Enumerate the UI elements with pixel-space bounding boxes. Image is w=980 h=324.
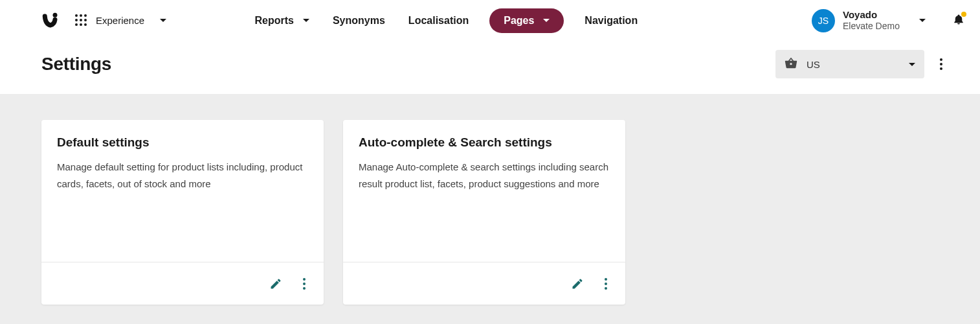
brand-logo[interactable] <box>41 12 60 30</box>
main-nav: Reports Synonyms Localisation Pages Navi… <box>252 8 640 33</box>
nav-item-synonyms[interactable]: Synonyms <box>330 10 388 32</box>
chevron-down-icon <box>160 19 166 22</box>
card-description: Manage default setting for product lists… <box>57 159 308 192</box>
basket-icon <box>785 57 797 71</box>
nav-item-navigation[interactable]: Navigation <box>582 10 640 32</box>
edit-button[interactable] <box>265 273 286 294</box>
page-more-menu[interactable] <box>933 53 949 75</box>
card-more-menu[interactable] <box>296 273 312 295</box>
nav-item-pages[interactable]: Pages <box>489 8 564 33</box>
card-autocomplete-search-settings[interactable]: Auto-complete & Search settings Manage A… <box>343 120 625 305</box>
svg-point-0 <box>53 12 58 17</box>
user-menu[interactable]: JS Voyado Elevate Demo <box>812 9 964 32</box>
notifications-button[interactable] <box>953 13 964 29</box>
chevron-down-icon <box>919 19 926 22</box>
locale-label: US <box>807 59 900 70</box>
pencil-icon <box>269 277 282 290</box>
user-subtitle: Elevate Demo <box>843 21 900 32</box>
top-bar: Experience Reports Synonyms Localisation… <box>0 0 980 41</box>
page-title: Settings <box>41 54 111 75</box>
nav-item-localisation[interactable]: Localisation <box>406 10 471 32</box>
locale-selector[interactable]: US <box>775 50 924 78</box>
card-default-settings[interactable]: Default settings Manage default setting … <box>41 120 324 305</box>
chevron-down-icon <box>543 19 550 22</box>
workspace-label: Experience <box>96 15 144 26</box>
workspace-dropdown[interactable]: Experience <box>96 15 166 26</box>
chevron-down-icon <box>909 63 915 66</box>
chevron-down-icon <box>303 19 309 22</box>
nav-item-reports[interactable]: Reports <box>252 10 311 32</box>
notification-dot-icon <box>961 12 966 17</box>
pencil-icon <box>571 277 584 290</box>
user-name: Voyado <box>843 9 900 21</box>
avatar: JS <box>812 9 835 32</box>
edit-button[interactable] <box>567 273 588 294</box>
content-area: Default settings Manage default setting … <box>0 94 980 324</box>
card-description: Manage Auto-complete & search settings i… <box>359 159 610 192</box>
apps-grid-icon[interactable] <box>75 14 88 27</box>
card-title: Default settings <box>57 135 308 150</box>
sub-header: Settings US <box>0 41 980 94</box>
card-title: Auto-complete & Search settings <box>359 135 610 150</box>
card-more-menu[interactable] <box>598 273 614 295</box>
